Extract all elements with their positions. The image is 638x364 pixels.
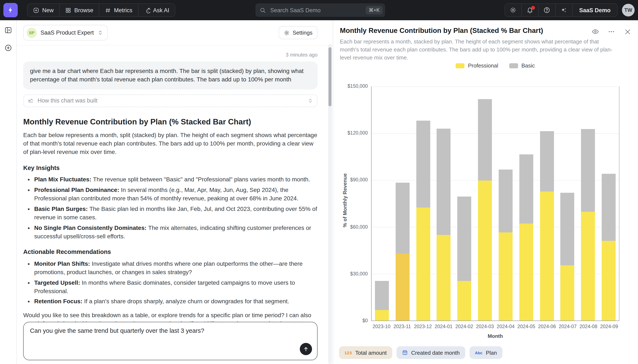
close-panel-button[interactable] bbox=[623, 27, 632, 36]
bar-segment-professional[interactable] bbox=[560, 265, 574, 320]
bar-slot-2023-12[interactable] bbox=[413, 86, 433, 320]
bar-slot-2024-05[interactable] bbox=[516, 86, 537, 320]
bar-segment-basic[interactable] bbox=[375, 281, 389, 310]
bullet-item: Plan Mix Fluctuates: The revenue split b… bbox=[34, 176, 317, 184]
abc-icon: Abc bbox=[475, 350, 482, 355]
section-title: Key Insights bbox=[23, 164, 317, 172]
bar-slot-2024-01[interactable] bbox=[433, 86, 454, 320]
bar-slot-2024-08[interactable] bbox=[578, 86, 598, 320]
app-logo[interactable] bbox=[4, 3, 18, 17]
chart-panel: Monthly Revenue Contribution by Plan (St… bbox=[333, 20, 638, 364]
bar-slot-2024-03[interactable] bbox=[475, 86, 495, 320]
bar-segment-basic[interactable] bbox=[499, 170, 513, 232]
legend-item-basic[interactable]: Basic bbox=[509, 62, 535, 69]
nav-item-metrics[interactable]: Metrics bbox=[99, 4, 138, 16]
notifications-button[interactable] bbox=[522, 4, 539, 16]
message-input-box: Can you give the same trend but quarterl… bbox=[23, 322, 317, 360]
bar-segment-basic[interactable] bbox=[519, 154, 533, 223]
bar-slot-2024-09[interactable] bbox=[598, 86, 619, 320]
field-tag-created-date-month[interactable]: Created date month bbox=[397, 346, 465, 359]
nav-item-browse[interactable]: Browse bbox=[60, 4, 99, 16]
message-scroll-area[interactable]: 3 minutes ago give me a bar chart where … bbox=[17, 46, 333, 322]
bullet-list: Monitor Plan Shifts: Investigate what dr… bbox=[23, 260, 317, 306]
user-avatar[interactable]: TW bbox=[622, 4, 634, 16]
help-icon bbox=[543, 7, 550, 14]
field-tag-plan[interactable]: Abc Plan bbox=[469, 346, 502, 359]
bar-segment-professional[interactable] bbox=[437, 235, 451, 320]
org-switcher-button[interactable]: SaaS Demo bbox=[572, 4, 617, 16]
bar-segment-professional[interactable] bbox=[499, 232, 513, 320]
bullet-list: Plan Mix Fluctuates: The revenue split b… bbox=[23, 176, 317, 241]
field-tag-label: Created date month bbox=[411, 350, 460, 356]
chart-plot bbox=[371, 86, 619, 321]
bar-segment-basic[interactable] bbox=[437, 129, 451, 235]
chat-scrollbar-thumb[interactable] bbox=[329, 47, 332, 106]
bar-segment-professional[interactable] bbox=[581, 212, 595, 321]
x-tick-label: 2024-04 bbox=[495, 324, 516, 329]
bar-segment-basic[interactable] bbox=[395, 182, 409, 254]
nav-item-new[interactable]: New bbox=[28, 4, 60, 16]
chat-scrollbar[interactable] bbox=[328, 44, 332, 364]
legend-swatch bbox=[456, 63, 465, 68]
bar-segment-professional[interactable] bbox=[375, 310, 389, 320]
ask-ai-chat-icon bbox=[144, 7, 150, 13]
bar-segment-professional[interactable] bbox=[457, 281, 471, 320]
bar-segment-basic[interactable] bbox=[478, 99, 492, 181]
bar-segment-basic[interactable] bbox=[416, 121, 430, 208]
agent-selector[interactable]: SP SaaS Product Expert bbox=[23, 25, 108, 40]
bar-slot-2024-04[interactable] bbox=[495, 86, 516, 320]
sidebar-toggle-button[interactable] bbox=[4, 26, 12, 34]
search-input[interactable] bbox=[269, 6, 366, 14]
app-root: New Browse Metrics Ask AI ⌘+K bbox=[0, 0, 638, 364]
bar-segment-basic[interactable] bbox=[602, 174, 616, 241]
new-thread-button[interactable] bbox=[4, 44, 12, 52]
nav-item-label: Metrics bbox=[114, 7, 132, 13]
y-tick-label: $30,000 bbox=[333, 271, 368, 276]
legend-item-professional[interactable]: Professional bbox=[456, 62, 498, 69]
x-tick-label: 2024-06 bbox=[537, 324, 557, 329]
chevron-updown-icon bbox=[98, 30, 103, 36]
ai-sparkles-button[interactable] bbox=[555, 4, 572, 16]
close-icon bbox=[624, 28, 631, 35]
send-button[interactable] bbox=[300, 343, 312, 355]
x-axis-ticks: 2023-102023-112023-122024-012024-022024-… bbox=[371, 324, 619, 329]
bar-segment-basic[interactable] bbox=[581, 129, 595, 212]
bar-segment-professional[interactable] bbox=[602, 241, 616, 320]
more-options-button[interactable] bbox=[607, 27, 616, 36]
bar-segment-professional[interactable] bbox=[416, 208, 430, 320]
how-chart-built-toggle[interactable]: How this chart was built bbox=[23, 94, 317, 107]
bar-segment-professional[interactable] bbox=[519, 223, 533, 320]
eye-icon bbox=[591, 28, 599, 36]
nav-right-group: SaaS Demo bbox=[504, 3, 618, 17]
bar-slot-2024-07[interactable] bbox=[557, 86, 578, 320]
agent-settings-button[interactable]: Settings bbox=[279, 26, 317, 39]
x-tick-label: 2023-12 bbox=[413, 324, 433, 329]
response-heading: Monthly Revenue Contribution by Plan (% … bbox=[23, 116, 317, 128]
nav-item-ask-ai[interactable]: Ask AI bbox=[138, 4, 175, 16]
x-tick-label: 2024-03 bbox=[475, 324, 495, 329]
bar-segment-basic[interactable] bbox=[457, 196, 471, 281]
global-search[interactable]: ⌘+K bbox=[255, 3, 385, 17]
bar-slot-2023-11[interactable] bbox=[392, 86, 413, 320]
user-message-bubble: give me a bar chart where Each bar repre… bbox=[23, 62, 317, 90]
agent-avatar: SP bbox=[27, 28, 37, 38]
bar-segment-basic[interactable] bbox=[540, 131, 554, 192]
field-tag-total-amount[interactable]: 123 Total amount bbox=[339, 346, 392, 359]
bar-slot-2023-10[interactable] bbox=[372, 86, 392, 320]
settings-gear-button[interactable] bbox=[505, 4, 522, 16]
bar-segment-professional[interactable] bbox=[478, 181, 492, 320]
composer: Can you give the same trend but quarterl… bbox=[17, 322, 333, 364]
help-button[interactable] bbox=[539, 4, 555, 16]
x-tick-label: 2024-08 bbox=[578, 324, 599, 329]
preview-eye-button[interactable] bbox=[591, 27, 600, 36]
avatar-initials: TW bbox=[624, 7, 632, 13]
bar-segment-professional[interactable] bbox=[540, 192, 554, 320]
bar-segment-professional[interactable] bbox=[395, 254, 409, 320]
x-tick-label: 2024-02 bbox=[454, 324, 475, 329]
ellipsis-icon bbox=[607, 28, 615, 36]
bar-slot-2024-02[interactable] bbox=[454, 86, 475, 320]
bar-segment-basic[interactable] bbox=[560, 192, 574, 265]
chat-header: SP SaaS Product Expert Settings bbox=[17, 20, 333, 46]
bar-slot-2024-06[interactable] bbox=[536, 86, 557, 320]
message-input[interactable]: Can you give the same trend but quarterl… bbox=[24, 322, 317, 360]
